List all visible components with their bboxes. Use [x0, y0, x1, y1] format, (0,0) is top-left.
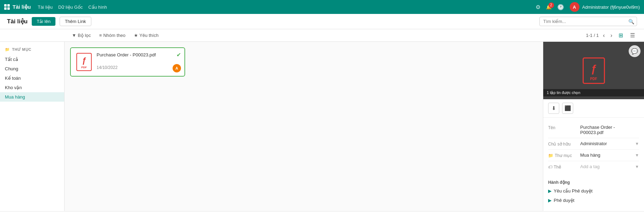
sidebar: 📁 THƯ MỤC Tất cả Chung Kế toán Kho vận M… — [0, 42, 65, 211]
star-icon: ★ — [134, 33, 138, 38]
topnav-right: ⚙ 🔔 2 🕐 A Administrator (fj6nyue0vi9m) — [536, 2, 640, 12]
topnav-brand[interactable]: Tài liệu — [4, 4, 31, 10]
chat-bubble-button[interactable]: 💬 — [629, 45, 641, 57]
search-bar: 🔍 — [539, 17, 637, 26]
sidebar-item-mua-hang[interactable]: Mua hàng — [0, 92, 64, 102]
dropdown-arrow-the-icon: ▼ — [635, 164, 639, 169]
folder-small-icon: 📁 — [548, 153, 553, 158]
dropdown-arrow-icon: ▼ — [635, 141, 639, 146]
section-label: THƯ MỤC — [12, 47, 31, 52]
hanh-dong-title: Hành động — [543, 176, 644, 186]
yeu-cau-phe-duyet-label: Yêu cầu Phê duyệt — [554, 188, 592, 194]
sidebar-item-ke-toan[interactable]: Kế toán — [0, 73, 64, 83]
dropdown-arrow-thu-muc-icon: ▼ — [635, 153, 639, 158]
filter-bar: ▼ Bộ lọc ≡ Nhóm theo ★ Yêu thích 1-1 / 1… — [0, 29, 644, 42]
sidebar-item-tat-ca[interactable]: Tất cả — [0, 55, 64, 64]
phe-duyet-label: Phê duyệt — [554, 198, 574, 203]
file-info: Purchase Order - P00023.pdf 14/10/2022 — [97, 52, 180, 70]
right-panel-preview: ƒ 💬 1 tập tin được chọn — [543, 42, 644, 99]
the-label: 🏷 Thẻ — [548, 164, 576, 170]
check-icon: ✔ — [176, 52, 181, 58]
pagination: 1-1 / 1 — [586, 33, 599, 38]
the-dropdown[interactable]: Add a tag ▼ — [580, 164, 639, 169]
user-name: Administrator (fj6nyue0vi9m) — [582, 5, 640, 10]
play-icon-2: ▶ — [548, 198, 552, 203]
thu-muc-label: 📁 Thư mục — [548, 152, 576, 158]
page-title: Tài liệu — [7, 18, 28, 25]
sidebar-section-title: 📁 THƯ MỤC — [0, 46, 64, 53]
share-button[interactable]: ⬛ — [562, 103, 573, 114]
detail-row-ten: Tên Purchase Order - P00023.pdf — [548, 122, 639, 138]
list-view-button[interactable]: ☰ — [628, 31, 637, 39]
settings-icon[interactable]: ⚙ — [536, 4, 540, 10]
page-header-left: Tài liệu Tải lên Thêm Link — [7, 17, 91, 26]
detail-row-the: 🏷 Thẻ Add a tag ▼ — [548, 161, 639, 172]
prev-page-button[interactable]: ‹ — [601, 32, 606, 39]
nav-du-lieu-goc[interactable]: Dữ liệu Gốc — [58, 5, 83, 10]
detail-row-chu-so-huu: Chủ sở hữu Administrator ▼ — [548, 138, 639, 150]
chu-so-huu-label: Chủ sở hữu — [548, 141, 576, 147]
thu-muc-value: Mua hàng — [580, 152, 600, 158]
detail-row-thu-muc: 📁 Thư mục Mua hàng ▼ — [548, 150, 639, 161]
yeu-thich-label: Yêu thích — [139, 33, 159, 38]
right-panel-details: Tên Purchase Order - P00023.pdf Chủ sở h… — [543, 118, 644, 176]
thu-muc-dropdown[interactable]: Mua hàng ▼ — [580, 152, 639, 158]
play-icon-1: ▶ — [548, 188, 552, 194]
file-date: 14/10/2022 — [97, 65, 180, 70]
filter-bar-right: 1-1 / 1 ‹ › ⊞ ☰ — [586, 31, 637, 39]
search-input[interactable] — [539, 17, 637, 26]
tag-icon: 🏷 — [548, 165, 552, 170]
right-panel-actions: ⬇ ⬛ — [543, 99, 644, 118]
notif-badge-count: 2 — [548, 2, 554, 8]
bo-loc-button[interactable]: ▼ Bộ lọc — [70, 31, 93, 39]
clock-icon[interactable]: 🕐 — [557, 4, 564, 10]
ten-label: Tên — [548, 125, 576, 130]
topnav-menu: Tài liệu Dữ liệu Gốc Cấu hình — [38, 5, 107, 10]
filter-icon: ▼ — [72, 33, 76, 38]
sidebar-item-kho-van[interactable]: Kho vận — [0, 83, 64, 92]
page-header: Tài liệu Tải lên Thêm Link 🔍 — [0, 14, 644, 29]
upload-button[interactable]: Tải lên — [32, 17, 55, 26]
topnav-left: Tài liệu Tài liệu Dữ liệu Gốc Cấu hình — [4, 4, 107, 10]
add-link-button[interactable]: Thêm Link — [60, 17, 91, 26]
grid-view-button[interactable]: ⊞ — [616, 31, 625, 39]
pdf-file-icon: ƒ — [76, 53, 92, 71]
nhom-theo-button[interactable]: ≡ Nhóm theo — [97, 31, 128, 39]
file-name: Purchase Order - P00023.pdf — [97, 52, 180, 57]
content-area: ƒ Purchase Order - P00023.pdf 14/10/2022… — [65, 42, 543, 211]
filter-bar-left: ▼ Bộ lọc ≡ Nhóm theo ★ Yêu thích — [70, 31, 161, 39]
nhom-theo-label: Nhóm theo — [103, 33, 126, 38]
notification-bell[interactable]: 🔔 2 — [546, 5, 552, 10]
yeu-cau-phe-duyet-row[interactable]: ▶ Yêu cầu Phê duyệt — [543, 186, 644, 196]
next-page-button[interactable]: › — [609, 32, 614, 39]
yeu-thich-button[interactable]: ★ Yêu thích — [132, 31, 161, 39]
selected-label: 1 tập tin được chọn — [543, 89, 644, 96]
main-layout: 📁 THƯ MỤC Tất cả Chung Kế toán Kho vận M… — [0, 42, 644, 211]
bo-loc-label: Bộ lọc — [78, 33, 91, 38]
file-card[interactable]: ƒ Purchase Order - P00023.pdf 14/10/2022… — [70, 47, 185, 77]
sidebar-item-chung[interactable]: Chung — [0, 64, 64, 73]
search-icon: 🔍 — [628, 19, 634, 24]
chu-so-huu-value: Administrator — [580, 141, 607, 146]
ten-value: Purchase Order - P00023.pdf — [580, 125, 639, 135]
download-button[interactable]: ⬇ — [548, 103, 559, 114]
topnav: Tài liệu Tài liệu Dữ liệu Gốc Cấu hình ⚙… — [0, 0, 644, 14]
file-owner-avatar: A — [173, 64, 181, 72]
folder-icon: 📁 — [5, 47, 10, 52]
chu-so-huu-dropdown[interactable]: Administrator ▼ — [580, 141, 639, 146]
grid-icon — [4, 4, 10, 10]
nav-tai-lieu[interactable]: Tài liệu — [38, 5, 53, 10]
file-avatar: A — [173, 64, 181, 72]
right-panel: ƒ 💬 1 tập tin được chọn ⬇ ⬛ Tên Purchase… — [543, 42, 644, 211]
the-placeholder: Add a tag — [580, 164, 600, 169]
phe-duyet-row[interactable]: ▶ Phê duyệt — [543, 196, 644, 205]
nhom-icon: ≡ — [99, 33, 102, 38]
brand-label: Tài liệu — [13, 4, 31, 10]
user-info[interactable]: A Administrator (fj6nyue0vi9m) — [570, 2, 640, 12]
search-input-wrap: 🔍 — [539, 17, 637, 26]
right-panel-pdf-icon: ƒ — [583, 57, 605, 84]
file-icon-wrap: ƒ — [76, 52, 92, 72]
nav-cau-hinh[interactable]: Cấu hình — [88, 5, 107, 10]
avatar: A — [570, 2, 579, 12]
